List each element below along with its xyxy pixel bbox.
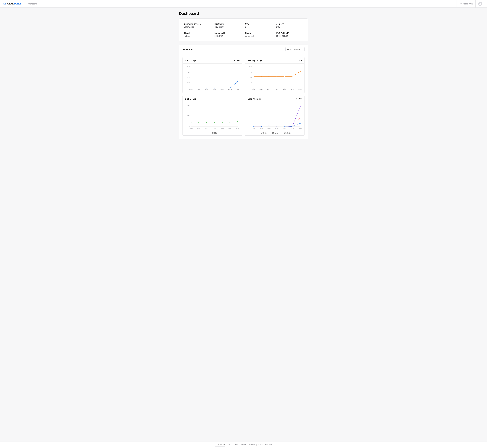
svg-text:09:00: 09:00 [260, 127, 263, 129]
svg-text:08:55: 08:55 [252, 89, 255, 90]
info-cell: CloudHetzner [184, 32, 211, 37]
svg-point-119 [292, 126, 293, 127]
svg-text:50%: 50% [250, 77, 252, 78]
chevron-down-icon [483, 3, 484, 5]
admin-area-link[interactable]: Admin Area [456, 0, 475, 8]
svg-text:09:05: 09:05 [205, 89, 208, 90]
chart-title: Disk Usage [185, 98, 196, 100]
info-label: Memory [276, 23, 303, 25]
brand-name: CloudPanel [7, 2, 21, 5]
info-label: IPv4 Public IP [276, 32, 303, 34]
nav: Dashboard [24, 0, 456, 8]
users-gear-icon [459, 2, 462, 5]
svg-point-1 [461, 4, 461, 4]
chart-title: Memory Usage [247, 59, 262, 62]
admin-area-label: Admin Area [463, 3, 473, 5]
svg-point-81 [237, 121, 238, 122]
svg-point-118 [284, 126, 285, 127]
svg-text:09:05: 09:05 [268, 89, 271, 90]
legend-item: 5 Minutes [269, 132, 279, 134]
svg-text:1: 1 [252, 104, 252, 106]
svg-point-28 [230, 88, 230, 88]
info-value: eu-central [245, 35, 273, 37]
svg-point-77 [206, 122, 207, 122]
svg-text:25%: 25% [250, 82, 252, 83]
chart-legend: / (38 GB) [183, 131, 242, 136]
svg-point-117 [276, 126, 277, 126]
info-cell: IPv4 Public IP94.130.105.94 [276, 32, 303, 37]
svg-text:09:25: 09:25 [236, 89, 239, 90]
time-range-dropdown[interactable]: Last 30 Minutes [285, 47, 305, 51]
svg-text:09:00: 09:00 [260, 89, 263, 90]
svg-point-23 [191, 88, 191, 88]
svg-point-27 [222, 88, 223, 88]
svg-point-56 [300, 71, 300, 72]
svg-text:09:15: 09:15 [220, 89, 224, 90]
svg-text:08:55: 08:55 [189, 127, 193, 129]
svg-point-50 [253, 76, 254, 77]
svg-text:0.5: 0.5 [251, 115, 252, 117]
svg-text:25%: 25% [187, 82, 190, 83]
svg-text:09:10: 09:10 [213, 89, 216, 90]
svg-text:09:10: 09:10 [213, 127, 216, 129]
svg-text:0: 0 [252, 126, 252, 127]
svg-point-75 [191, 122, 191, 122]
svg-text:08:55: 08:55 [189, 89, 193, 90]
info-value: 2 [245, 26, 273, 28]
chart-svg: 0%25%50%75%100%08:5509:0009:0509:1009:15… [185, 65, 240, 91]
chevron-down-icon [301, 48, 303, 50]
svg-point-78 [214, 122, 215, 122]
main: Dashboard Operating SystemUbuntu 22.04Ho… [177, 8, 310, 153]
svg-point-79 [222, 122, 223, 122]
svg-point-80 [230, 122, 230, 122]
chart-disk: Disk Usage0%50%100%08:5509:0009:0509:100… [182, 96, 242, 136]
svg-text:09:20: 09:20 [291, 127, 294, 129]
svg-text:09:05: 09:05 [268, 127, 271, 129]
system-info-card: Operating SystemUbuntu 22.04Hostnameclp2… [179, 18, 308, 41]
svg-text:09:20: 09:20 [228, 89, 232, 90]
svg-point-76 [199, 122, 199, 122]
info-label: Region [245, 32, 273, 34]
page-title: Dashboard [179, 11, 308, 16]
svg-point-113 [300, 118, 300, 118]
svg-point-29 [237, 81, 238, 82]
info-label: CPU [245, 23, 273, 25]
info-cell: CPU2 [245, 23, 273, 28]
chart-cpu: CPU Usage2 CPU0%25%50%75%100%08:5509:000… [182, 57, 242, 93]
svg-text:09:05: 09:05 [205, 127, 208, 129]
chart-title: Load Average [247, 98, 261, 100]
avatar-icon [478, 2, 482, 6]
info-value: 2 GB [276, 26, 303, 28]
svg-text:09:20: 09:20 [228, 127, 232, 129]
chart-legend: 1 Minute5 Minutes15 Minutes [245, 131, 304, 136]
svg-text:09:10: 09:10 [275, 127, 278, 129]
svg-text:100%: 100% [187, 66, 190, 67]
svg-point-120 [300, 123, 300, 124]
chart-load: Load Average2 CPU00.5108:5509:0009:0509:… [245, 96, 305, 136]
monitoring-title: Monitoring [182, 48, 193, 50]
svg-text:09:00: 09:00 [197, 89, 200, 90]
svg-point-106 [300, 106, 300, 107]
chart-svg: 0%25%50%75%100%08:5509:0009:0509:1009:15… [247, 65, 302, 91]
legend-item: 15 Minutes [281, 132, 291, 134]
chart-svg: 00.5108:5509:0009:0509:1009:1509:2009:25 [247, 104, 302, 130]
user-menu[interactable] [475, 0, 487, 8]
svg-text:75%: 75% [187, 71, 190, 73]
svg-text:09:25: 09:25 [299, 89, 302, 90]
chart-meta: 2 CPU [234, 59, 240, 62]
svg-text:0%: 0% [188, 126, 190, 127]
brand-logo[interactable]: CloudPanel [0, 0, 24, 8]
svg-text:09:15: 09:15 [283, 127, 286, 129]
svg-point-53 [276, 76, 277, 77]
svg-text:09:15: 09:15 [283, 89, 286, 90]
info-value: 20318764 [215, 35, 242, 37]
time-range-label: Last 30 Minutes [287, 48, 300, 50]
nav-dashboard[interactable]: Dashboard [27, 3, 37, 5]
chart-title: CPU Usage [185, 59, 196, 62]
svg-text:09:15: 09:15 [220, 127, 224, 129]
info-label: Hostname [215, 23, 242, 25]
svg-text:50%: 50% [187, 77, 190, 78]
svg-text:0%: 0% [251, 87, 252, 89]
info-cell: Regioneu-central [245, 32, 273, 37]
legend-item: / (38 GB) [208, 132, 217, 134]
